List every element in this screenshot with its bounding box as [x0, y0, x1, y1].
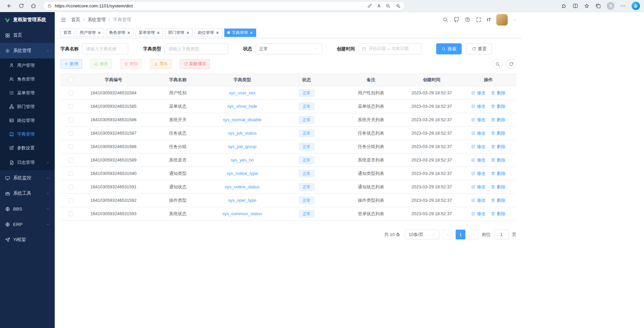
tab[interactable]: 岗位管理 — [195, 29, 222, 37]
close-icon[interactable] — [216, 31, 219, 35]
favorites-icon[interactable] — [584, 3, 590, 9]
sidebar-item-bbs[interactable]: BBS — [0, 201, 55, 217]
tab[interactable]: 菜单管理 — [136, 29, 163, 37]
sidebar-item-role-mgmt[interactable]: 角色管理 — [0, 72, 55, 86]
address-bar[interactable]: https://ccnetcore.com:1101/system/dict A — [43, 1, 405, 10]
password-key-icon[interactable] — [367, 3, 372, 8]
browser-refresh-button[interactable] — [16, 1, 26, 11]
row-edit-button[interactable]: 修改 — [471, 130, 486, 136]
sidebar-item-erp[interactable]: ERP — [0, 217, 55, 232]
row-delete-button[interactable]: 删除 — [491, 184, 505, 190]
tab[interactable]: 用户管理 — [77, 29, 104, 37]
read-aloud-icon[interactable]: A — [377, 4, 380, 8]
font-size-icon[interactable]: tT — [487, 17, 491, 22]
prev-page-button[interactable] — [443, 230, 452, 239]
sidebar-item-post-mgmt[interactable]: 岗位管理 — [0, 113, 55, 127]
row-delete-button[interactable]: 删除 — [491, 171, 505, 177]
row-edit-button[interactable]: 修改 — [471, 103, 486, 109]
row-edit-button[interactable]: 修改 — [471, 144, 486, 150]
close-icon[interactable] — [249, 31, 253, 35]
github-icon[interactable] — [454, 17, 459, 22]
zoom-out-icon[interactable] — [385, 3, 390, 8]
breadcrumb-home[interactable]: 首页 — [71, 17, 80, 23]
dict-type-link[interactable]: sys_normal_disable — [223, 117, 262, 122]
dict-type-link[interactable]: sys_yes_no — [231, 157, 254, 162]
next-page-button[interactable] — [469, 230, 478, 239]
row-delete-button[interactable]: 删除 — [491, 211, 505, 217]
row-edit-button[interactable]: 修改 — [471, 157, 486, 163]
collapse-sidebar-button[interactable] — [60, 17, 66, 23]
tab[interactable]: 角色管理 — [106, 29, 134, 37]
row-checkbox[interactable] — [68, 212, 73, 216]
dict-name-input[interactable] — [82, 43, 128, 54]
split-screen-icon[interactable] — [572, 3, 578, 9]
dict-type-link[interactable]: sys_job_status — [228, 131, 257, 136]
chevron-down-icon[interactable] — [513, 18, 516, 21]
close-icon[interactable] — [127, 31, 131, 35]
end-date-placeholder[interactable]: 结束日期 — [392, 46, 408, 52]
row-checkbox[interactable] — [68, 171, 73, 176]
edit-button[interactable]: 修改 — [90, 59, 112, 69]
row-checkbox[interactable] — [68, 104, 73, 109]
header-search-icon[interactable] — [443, 17, 448, 22]
sidebar-item-dept-mgmt[interactable]: 部门管理 — [0, 100, 55, 113]
fullscreen-icon[interactable] — [476, 17, 481, 22]
row-delete-button[interactable]: 删除 — [491, 144, 505, 150]
browser-back-button[interactable] — [4, 1, 14, 11]
dict-type-link[interactable]: sys_show_hide — [227, 104, 257, 109]
row-edit-button[interactable]: 修改 — [471, 211, 486, 217]
row-edit-button[interactable]: 修改 — [471, 117, 486, 123]
extensions-icon[interactable] — [561, 3, 567, 9]
dict-type-link[interactable]: sys_user_sex — [229, 90, 256, 95]
row-checkbox[interactable] — [68, 131, 73, 136]
row-edit-button[interactable]: 修改 — [471, 90, 486, 96]
sidebar-item-param-settings[interactable]: 参数设置 — [0, 141, 55, 155]
row-checkbox[interactable] — [68, 91, 73, 95]
refresh-cache-button[interactable]: 刷新缓存 — [180, 59, 210, 69]
show-search-toggle-button[interactable] — [492, 59, 503, 69]
row-delete-button[interactable]: 删除 — [491, 130, 505, 136]
export-button[interactable]: 导出 — [150, 59, 172, 69]
sidebar-item-log-mgmt[interactable]: 日志管理 — [0, 155, 55, 170]
delete-button[interactable]: 删除 — [120, 59, 142, 69]
tab[interactable]: 字典管理 — [224, 29, 256, 37]
select-all-checkbox[interactable] — [68, 78, 73, 82]
row-edit-button[interactable]: 修改 — [471, 184, 486, 190]
sidebar-item-home[interactable]: 首页 — [0, 28, 55, 43]
dict-type-link[interactable]: sys_notice_status — [225, 184, 260, 189]
url-text[interactable]: https://ccnetcore.com:1101/system/dict — [55, 3, 367, 8]
row-delete-button[interactable]: 删除 — [491, 157, 505, 163]
browser-menu-icon[interactable] — [620, 3, 626, 9]
date-range-picker[interactable]: 开始日期 - 结束日期 — [358, 43, 421, 54]
page-number-button[interactable]: 1 — [456, 230, 465, 239]
row-checkbox[interactable] — [68, 185, 73, 189]
browser-home-button[interactable] — [28, 1, 38, 11]
row-checkbox[interactable] — [68, 118, 73, 122]
close-icon[interactable] — [97, 31, 101, 35]
start-date-placeholder[interactable]: 开始日期 — [369, 46, 385, 52]
row-delete-button[interactable]: 删除 — [491, 103, 505, 109]
sidebar-item-system-mgmt[interactable]: 系统管理 — [0, 43, 55, 58]
breadcrumb-system-mgmt[interactable]: 系统管理 — [88, 17, 106, 23]
sidebar-item-yi-framework[interactable]: Yi框架 — [0, 232, 55, 247]
add-button[interactable]: 新增 — [60, 59, 82, 69]
close-icon[interactable] — [186, 31, 190, 35]
dict-type-link[interactable]: sys_common_status — [222, 211, 262, 216]
browser-profile-icon[interactable] — [607, 2, 614, 10]
dict-type-link[interactable]: sys_job_group — [228, 144, 257, 149]
sidebar-item-system-tools[interactable]: 系统工具 — [0, 186, 55, 201]
sidebar-item-user-mgmt[interactable]: 用户管理 — [0, 58, 55, 72]
sidebar-item-dict-mgmt[interactable]: 字典管理 — [0, 127, 55, 141]
reset-button[interactable]: 重置 — [466, 43, 492, 54]
dict-type-input[interactable] — [165, 43, 228, 54]
row-delete-button[interactable]: 删除 — [491, 197, 505, 203]
row-checkbox[interactable] — [68, 198, 73, 203]
row-checkbox[interactable] — [68, 144, 73, 149]
goto-page-input[interactable] — [494, 230, 509, 239]
tab[interactable]: 首页 — [60, 29, 75, 37]
tab[interactable]: 部门管理 — [165, 29, 193, 37]
search-button[interactable]: 搜索 — [436, 43, 462, 54]
refresh-table-button[interactable] — [506, 59, 516, 69]
sidebar-item-menu-mgmt[interactable]: 菜单管理 — [0, 86, 55, 100]
status-select[interactable]: 正常 — [256, 43, 322, 54]
